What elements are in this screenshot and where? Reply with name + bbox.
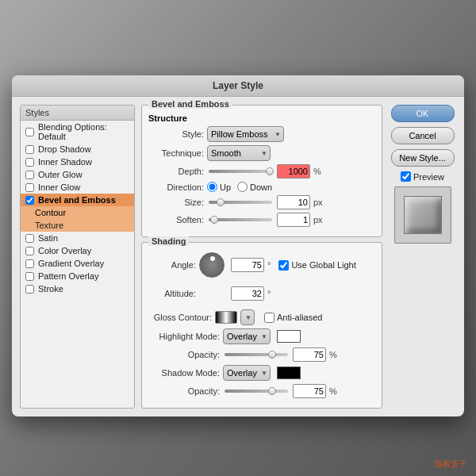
gloss-contour-select-wrapper [240, 309, 255, 325]
direction-down-text: Down [250, 182, 272, 192]
sidebar-item-drop-shadow[interactable]: Drop Shadow [21, 143, 134, 155]
highlight-opacity-input[interactable] [293, 347, 326, 362]
angle-row: Angle: ° Use Global Light [148, 252, 375, 278]
sidebar-item-gradient-overlay[interactable]: Gradient Overlay [21, 257, 134, 270]
highlight-color-swatch[interactable] [277, 330, 301, 343]
drop-shadow-label: Drop Shadow [38, 144, 91, 154]
depth-unit: % [313, 167, 321, 176]
sidebar-item-blending[interactable]: Blending Options: Default [21, 121, 134, 143]
depth-slider-track[interactable] [209, 170, 272, 173]
satin-label: Satin [38, 233, 58, 243]
gloss-contour-thumbnail[interactable] [215, 311, 237, 324]
new-style-button[interactable]: New Style... [391, 149, 455, 167]
angle-dot [210, 256, 215, 261]
highlight-mode-select-wrapper: Overlay Normal Multiply [223, 328, 271, 344]
preview-text: Preview [413, 172, 444, 182]
direction-up-label[interactable]: Up [207, 182, 231, 192]
blending-checkbox[interactable] [25, 128, 34, 136]
sidebar-item-contour[interactable]: Contour [21, 206, 134, 219]
highlight-opacity-slider[interactable] [225, 353, 288, 356]
pattern-overlay-label: Pattern Overlay [38, 271, 98, 281]
sidebar-item-pattern-overlay[interactable]: Pattern Overlay [21, 270, 134, 282]
sidebar-item-color-overlay[interactable]: Color Overlay [21, 244, 134, 257]
technique-select[interactable]: Smooth Chisel Hard Chisel Soft [207, 145, 271, 161]
sidebar-item-inner-shadow[interactable]: Inner Shadow [21, 155, 134, 168]
angle-input[interactable] [231, 258, 264, 272]
color-overlay-checkbox[interactable] [25, 247, 34, 255]
shadow-opacity-slider[interactable] [225, 390, 288, 393]
shading-section: Shading Angle: ° Use Global Light [141, 242, 382, 409]
sidebar-item-bevel-emboss[interactable]: Bevel and Emboss [21, 194, 134, 206]
outer-glow-label: Outer Glow [38, 170, 83, 179]
inner-shadow-checkbox[interactable] [25, 158, 34, 167]
ok-button[interactable]: OK [391, 105, 455, 122]
direction-down-radio[interactable] [237, 182, 248, 192]
sidebar-item-outer-glow[interactable]: Outer Glow [21, 168, 134, 181]
gloss-contour-select[interactable] [240, 309, 255, 325]
outer-glow-checkbox[interactable] [25, 171, 34, 179]
style-label: Style: [148, 129, 204, 139]
soften-slider-track[interactable] [209, 218, 272, 221]
angle-circle[interactable] [199, 252, 225, 278]
inner-glow-checkbox[interactable] [25, 183, 34, 192]
sidebar-item-inner-glow[interactable]: Inner Glow [21, 181, 134, 194]
style-select[interactable]: Pillow Emboss Outer Bevel Inner Bevel Em… [207, 126, 284, 142]
use-global-light-text: Use Global Light [291, 260, 355, 270]
size-slider-thumb[interactable] [217, 198, 225, 206]
preview-box [394, 186, 451, 244]
dialog-titlebar: Layer Style [12, 75, 464, 97]
dialog-body: Styles Blending Options: Default Drop Sh… [12, 97, 464, 416]
altitude-row: Altitude: ° [148, 281, 375, 306]
shadow-color-swatch[interactable] [277, 367, 301, 379]
sidebar-item-texture[interactable]: Texture [21, 219, 134, 232]
direction-row: Direction: Up Down [148, 182, 375, 192]
direction-up-radio[interactable] [207, 182, 217, 192]
highlight-opacity-label: Opacity: [148, 350, 220, 359]
use-global-light-label[interactable]: Use Global Light [278, 260, 355, 271]
shading-section-title: Shading [148, 236, 189, 246]
depth-input[interactable] [277, 164, 310, 178]
highlight-mode-select[interactable]: Overlay Normal Multiply [223, 328, 271, 344]
size-slider-track[interactable] [209, 201, 272, 204]
anti-aliased-label[interactable]: Anti-aliased [264, 313, 322, 323]
sidebar-item-stroke[interactable]: Stroke [21, 282, 134, 295]
size-input[interactable] [277, 195, 310, 209]
soften-input[interactable] [277, 213, 310, 227]
preview-label[interactable]: Preview [401, 171, 444, 182]
styles-panel: Styles Blending Options: Default Drop Sh… [20, 105, 135, 409]
gradient-overlay-checkbox[interactable] [25, 259, 34, 268]
preview-inner [404, 196, 442, 234]
preview-checkbox[interactable] [401, 171, 411, 182]
technique-row: Technique: Smooth Chisel Hard Chisel Sof… [148, 145, 375, 161]
shadow-mode-select-wrapper: Overlay Normal Multiply [223, 365, 271, 381]
stroke-checkbox[interactable] [25, 285, 34, 294]
altitude-input[interactable] [231, 286, 264, 301]
shadow-opacity-input[interactable] [293, 384, 326, 398]
altitude-unit: ° [267, 289, 271, 298]
color-overlay-label: Color Overlay [38, 246, 91, 255]
pattern-overlay-checkbox[interactable] [25, 272, 34, 281]
highlight-opacity-thumb[interactable] [268, 351, 276, 359]
cancel-button[interactable]: Cancel [391, 127, 455, 144]
shadow-opacity-unit: % [329, 386, 337, 396]
satin-checkbox[interactable] [25, 234, 34, 243]
direction-radio-group: Up Down [207, 182, 272, 192]
soften-slider-thumb[interactable] [210, 216, 218, 224]
anti-aliased-checkbox[interactable] [264, 313, 274, 323]
bevel-emboss-checkbox[interactable] [25, 196, 34, 205]
depth-slider-thumb[interactable] [266, 167, 274, 175]
direction-down-label[interactable]: Down [237, 182, 272, 192]
drop-shadow-checkbox[interactable] [25, 145, 34, 154]
size-unit: px [313, 198, 323, 207]
size-label: Size: [148, 198, 204, 207]
shadow-opacity-label: Opacity: [148, 386, 220, 396]
shadow-opacity-thumb[interactable] [268, 387, 276, 395]
bevel-emboss-label: Bevel and Emboss [38, 195, 116, 205]
sidebar-item-satin[interactable]: Satin [21, 232, 134, 244]
shadow-mode-select[interactable]: Overlay Normal Multiply [223, 365, 271, 381]
use-global-light-checkbox[interactable] [278, 260, 289, 271]
soften-label: Soften: [148, 215, 204, 225]
style-row: Style: Pillow Emboss Outer Bevel Inner B… [148, 126, 375, 142]
gloss-contour-label: Gloss Contour: [148, 313, 212, 322]
texture-label: Texture [35, 221, 63, 230]
